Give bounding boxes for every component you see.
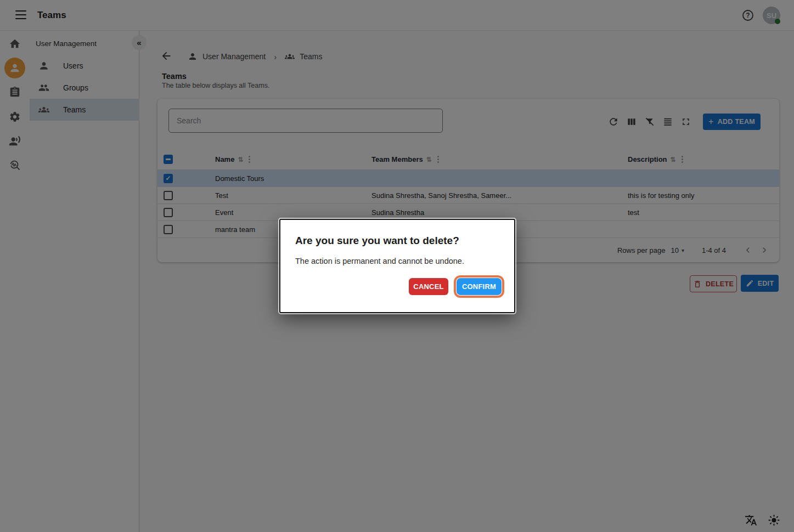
dialog-title: Are you sure you want to delete?	[295, 235, 459, 247]
confirm-focus-ring: CONFIRM	[454, 275, 504, 298]
confirm-button[interactable]: CONFIRM	[457, 278, 502, 295]
cancel-button[interactable]: CANCEL	[409, 278, 448, 295]
dialog-actions: CANCEL CONFIRM	[409, 275, 504, 298]
dialog-body-text: The action is permanent and cannot be un…	[295, 257, 464, 265]
delete-confirmation-dialog: Are you sure you want to delete? The act…	[279, 219, 515, 313]
